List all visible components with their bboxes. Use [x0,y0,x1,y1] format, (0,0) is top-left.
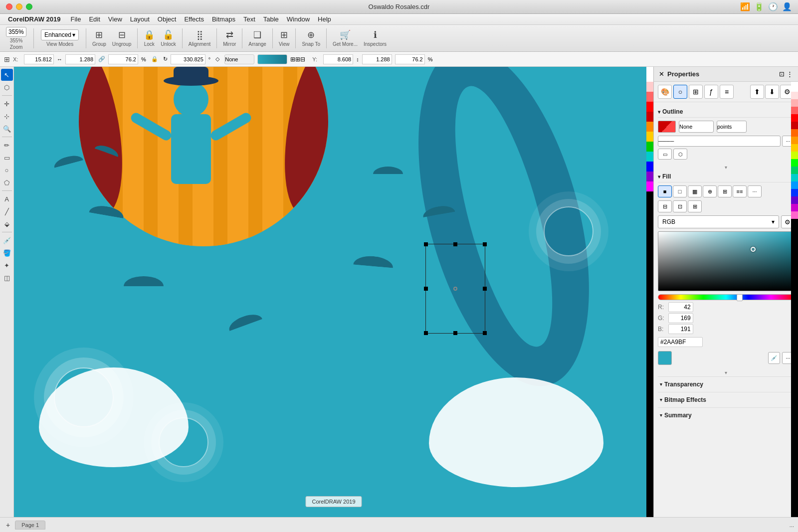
menu-object[interactable]: Object [154,14,181,24]
zoom-select[interactable]: 355% [6,27,26,37]
canvas-area[interactable]: CorelDRAW 2019 [14,67,653,517]
minimize-button[interactable] [16,3,22,10]
rectangle-tool[interactable]: ▭ [1,152,13,164]
outline-section-header[interactable]: ▾ Outline [658,106,794,118]
menu-table[interactable]: Table [259,14,283,24]
hue-cursor[interactable] [737,294,743,301]
inspectors-button[interactable]: ℹ Inspectors [362,28,389,48]
ccs-red[interactable] [646,102,653,112]
fill-collapse-btn[interactable]: ▾ [658,369,794,376]
panel-close-icon[interactable]: ✕ [659,70,664,78]
shadow-tool[interactable]: ◫ [1,272,13,284]
panel-expand-icon[interactable]: ⊡ [779,70,785,78]
tab-info[interactable]: ≡ [720,85,734,99]
color-picker[interactable] [658,231,794,291]
menu-text[interactable]: Text [239,14,259,24]
menu-view[interactable]: View [104,14,126,24]
menu-help[interactable]: Help [314,14,335,24]
bottom-right[interactable]: ... [790,522,794,528]
rcb-green-teal[interactable] [791,167,798,174]
alignment-button[interactable]: ⣿ Alignment [187,28,212,48]
rcb-blue[interactable] [791,189,798,196]
coord-h2-input[interactable] [395,54,425,64]
blend-tool[interactable]: ⬙ [1,218,13,230]
fill-radial-btn[interactable]: ⊕ [703,185,717,197]
coord-rotation-input[interactable] [171,54,205,64]
menu-edit[interactable]: Edit [85,14,104,24]
crop-tool[interactable]: ⊹ [1,110,13,122]
rcb-pink3[interactable] [791,211,798,219]
fill-section-header[interactable]: ▾ Fill [658,171,794,182]
outline-unit-select[interactable]: points [717,121,747,133]
fill-none-btn[interactable]: □ [673,185,687,197]
outline-style-select[interactable]: ──── [658,136,781,147]
transform-tool[interactable]: ✛ [1,98,13,110]
ccs-purple[interactable] [646,172,653,181]
rcb-red-dark[interactable] [791,122,798,129]
summary-header[interactable]: ▾ Summary [658,408,794,423]
eyedropper-tool[interactable]: 💉 [1,234,13,246]
transparency-header[interactable]: ▾ Transparency [658,377,794,392]
arrange-button[interactable]: ❑ Arrange [246,28,268,48]
fill-type-select[interactable]: None [224,54,254,64]
fill-solid-btn[interactable]: ■ [658,185,672,197]
rcb-orange-light[interactable] [791,137,798,144]
page-1-tab[interactable]: Page 1 [15,521,45,530]
ccs-yellow[interactable] [646,132,653,142]
menu-bitmaps[interactable]: Bitmaps [208,14,239,24]
b-input[interactable] [668,324,693,334]
freehand-tool[interactable]: ✏ [1,139,13,151]
add-page-btn[interactable]: + [4,521,12,529]
rcb-red[interactable] [791,114,798,122]
coord-w-input[interactable] [65,54,95,64]
fill-opt3-btn[interactable]: ⊞ [688,200,702,212]
fill-more-btn[interactable]: ··· [748,185,762,197]
fill-texture-btn[interactable]: ≡≡ [733,185,747,197]
fill-linear-btn[interactable]: ▦ [688,185,702,197]
ccs-red-dark[interactable] [646,112,653,122]
ccs-white[interactable] [646,67,653,82]
fill-color-swatch[interactable] [658,351,672,365]
tab-fill[interactable]: 🎨 [658,85,672,99]
zoom-tool[interactable]: 🔍 [1,123,13,135]
fill-opt2-btn[interactable]: ⊡ [673,200,687,212]
fill-opt1-btn[interactable]: ⊟ [658,200,672,212]
ccs-blue[interactable] [646,162,653,172]
app-name[interactable]: CorelDRAW 2019 [4,14,64,24]
rcb-pink1[interactable] [791,92,798,99]
ungroup-button[interactable]: ⊟ Ungroup [110,28,133,48]
snap-to-button[interactable]: ⊕ Snap To [300,28,322,48]
outline-type-select[interactable]: None [679,121,714,133]
ellipse-tool[interactable]: ○ [1,164,13,176]
ccs-orange[interactable] [646,122,653,132]
menu-file[interactable]: File [66,14,85,24]
get-more-button[interactable]: 🛒 Get More... [331,28,360,48]
fill-tool[interactable]: 🪣 [1,247,13,259]
rcb-sky[interactable] [791,181,798,189]
lock-button[interactable]: 🔒 Lock [142,28,157,48]
g-input[interactable] [668,313,693,323]
rcb-yellow[interactable] [791,144,798,152]
mirror-button[interactable]: ⇄ Mirror [221,28,238,48]
panel-export-btn[interactable]: ⬇ [765,85,779,99]
fill-color-preview[interactable] [257,54,287,64]
menu-layout[interactable]: Layout [126,14,154,24]
unlock-button[interactable]: 🔓 Unlock [159,28,178,48]
ccs-pink[interactable] [646,82,653,92]
ccs-magenta[interactable] [646,181,653,191]
interactive-tool[interactable]: ✦ [1,259,13,271]
tab-effects[interactable]: ⊞ [689,85,703,99]
hex-input[interactable] [658,337,703,347]
bitmap-effects-header[interactable]: ▾ Bitmap Effects [658,392,794,407]
rcb-green[interactable] [791,159,798,167]
menu-window[interactable]: Window [283,14,314,24]
rcb-white[interactable] [791,82,798,92]
rgb-mode-select[interactable]: RGB ▾ [658,215,779,228]
polygon-tool[interactable]: ⬠ [1,177,13,188]
text-tool[interactable]: A [1,193,13,205]
coord-y-input[interactable] [323,54,353,64]
rcb-purple[interactable] [791,204,798,211]
outline-round-btn[interactable]: ▭ [658,149,672,160]
group-button[interactable]: ⊞ Group [90,28,108,48]
fill-pattern-btn[interactable]: ⊞ [718,185,732,197]
